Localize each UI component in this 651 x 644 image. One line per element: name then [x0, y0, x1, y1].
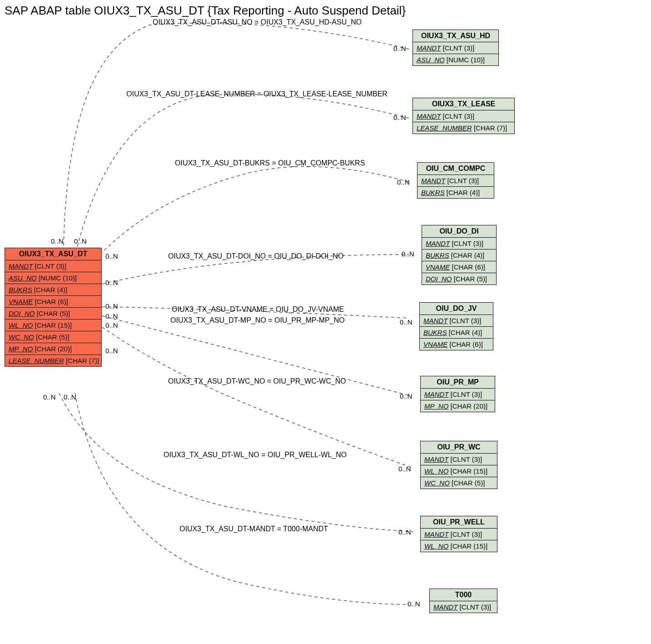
rel-label: OIUX3_TX_ASU_DT-LEASE_NUMBER = OIUX3_TX_…	[126, 90, 388, 98]
field-row: VNAME [CHAR (6)]	[5, 296, 101, 308]
entity-main-header: OIUX3_TX_ASU_DT	[5, 248, 101, 260]
entity-t000: T000 MANDT [CLNT (3)]	[429, 589, 497, 613]
entity-do-jv: OIU_DO_JV MANDT [CLNT (3)] BUKRS [CHAR (…	[419, 302, 493, 350]
entity-header: OIU_DO_DI	[422, 225, 496, 238]
field-row: MANDT [CLNT (3)]	[422, 238, 496, 250]
field-row: BUKRS [CHAR (4)]	[422, 250, 496, 261]
cardinality: 0..N	[105, 279, 118, 286]
entity-header: OIUX3_TX_ASU_HD	[413, 30, 498, 42]
cardinality: 0..N	[105, 312, 118, 320]
cardinality: 0..N	[393, 114, 406, 121]
cardinality: 0..N	[407, 600, 420, 608]
entity-header: OIU_PR_WELL	[421, 516, 497, 529]
field-row: WL_NO [CHAR (15)]	[421, 540, 497, 552]
entity-header: OIU_CM_COMPC	[417, 163, 494, 175]
field-row: BUKRS [CHAR (4)]	[5, 284, 101, 296]
field-row: ASU_NO [NUMC (10)]	[413, 54, 498, 65]
entity-asu-hd: OIUX3_TX_ASU_HD MANDT [CLNT (3)] ASU_NO …	[412, 30, 499, 66]
field-row: BUKRS [CHAR (4)]	[417, 187, 494, 198]
rel-label: OIUX3_TX_ASU_DT-ASU_NO = OIUX3_TX_ASU_HD…	[153, 18, 362, 26]
entity-header: OIUX3_TX_LEASE	[413, 98, 514, 110]
cardinality: 0..N	[43, 393, 56, 401]
field-row: BUKRS [CHAR (4)]	[420, 327, 493, 339]
entity-tx-lease: OIUX3_TX_LEASE MANDT [CLNT (3)] LEASE_NU…	[412, 98, 515, 134]
field-row: WL_NO [CHAR (15)]	[5, 320, 101, 331]
entity-do-di: OIU_DO_DI MANDT [CLNT (3)] BUKRS [CHAR (…	[422, 225, 497, 285]
field-row: LEASE_NUMBER [CHAR (7)]	[413, 122, 514, 134]
cardinality: 0..N	[393, 45, 406, 52]
rel-label: OIUX3_TX_ASU_DT-BUKRS = OIU_CM_COMPC-BUK…	[175, 159, 365, 167]
field-row: DOI_NO [CHAR (5)]	[5, 308, 101, 320]
diagram-stage: SAP ABAP table OIUX3_TX_ASU_DT {Tax Repo…	[0, 0, 651, 644]
field-row: VNAME [CHAR (6)]	[420, 339, 493, 350]
entity-main: OIUX3_TX_ASU_DT MANDT [CLNT (3)] ASU_NO …	[5, 248, 102, 367]
cardinality: 0..N	[51, 237, 64, 245]
entity-pr-mp: OIU_PR_MP MANDT [CLNT (3)] MP_NO [CHAR (…	[420, 376, 495, 412]
cardinality: 0..N	[105, 252, 118, 260]
field-row: MANDT [CLNT (3)]	[417, 175, 494, 187]
field-row: LEASE_NUMBER [CHAR (7)]	[5, 355, 101, 366]
rel-label: OIUX3_TX_ASU_DT-VNAME = OIU_DO_JV-VNAME	[172, 305, 344, 314]
cardinality: 0..N	[74, 237, 87, 245]
field-row: MANDT [CLNT (3)]	[421, 389, 495, 400]
field-row: MANDT [CLNT (3)]	[421, 529, 497, 540]
field-row: MANDT [CLNT (3)]	[420, 315, 493, 327]
cardinality: 0..N	[398, 465, 411, 473]
field-row: WC_NO [CHAR (5)]	[5, 331, 101, 343]
cardinality: 0..N	[105, 302, 118, 310]
field-row: WC_NO [CHAR (5)]	[421, 477, 497, 489]
rel-label: OIUX3_TX_ASU_DT-WC_NO = OIU_PR_WC-WC_NO	[168, 377, 346, 385]
entity-header: OIU_DO_JV	[420, 303, 493, 315]
field-row: MP_NO [CHAR (20)]	[421, 400, 495, 412]
entity-header: OIU_PR_WC	[421, 441, 497, 454]
cardinality: 0..N	[64, 393, 76, 401]
field-row: MANDT [CLNT (3)]	[5, 260, 101, 272]
cardinality: 0..N	[105, 347, 118, 354]
field-row: MP_NO [CHAR (20)]	[5, 343, 101, 355]
field-row: MANDT [CLNT (3)]	[413, 42, 498, 54]
cardinality: 0..N	[400, 318, 412, 326]
field-row: MANDT [CLNT (3)]	[413, 110, 514, 122]
field-row: MANDT [CLNT (3)]	[430, 601, 497, 613]
entity-pr-well: OIU_PR_WELL MANDT [CLNT (3)] WL_NO [CHAR…	[420, 516, 497, 552]
rel-label: OIUX3_TX_ASU_DT-WL_NO = OIU_PR_WELL-WL_N…	[164, 451, 347, 459]
field-row: WL_NO [CHAR (15)]	[421, 465, 497, 477]
entity-header: T000	[430, 589, 497, 601]
cardinality: 0..N	[105, 321, 118, 329]
page-title: SAP ABAP table OIUX3_TX_ASU_DT {Tax Repo…	[5, 4, 406, 18]
entity-header: OIU_PR_MP	[421, 376, 495, 389]
rel-label: OIUX3_TX_ASU_DT-DOI_NO = OIU_DO_DI-DOI_N…	[168, 252, 343, 260]
field-row: ASU_NO [NUMC (10)]	[5, 272, 101, 284]
cardinality: 0..N	[402, 250, 414, 258]
cardinality: 0..N	[398, 528, 411, 536]
field-row: DOI_NO [CHAR (5)]	[422, 273, 496, 285]
rel-label: OIUX3_TX_ASU_DT-MANDT = T000-MANDT	[179, 525, 328, 533]
entity-pr-wc: OIU_PR_WC MANDT [CLNT (3)] WL_NO [CHAR (…	[420, 441, 497, 489]
cardinality: 0..N	[397, 178, 410, 186]
field-row: VNAME [CHAR (6)]	[422, 261, 496, 273]
rel-label: OIUX3_TX_ASU_DT-MP_NO = OIU_PR_MP-MP_NO	[170, 316, 345, 324]
cardinality: 0..N	[400, 392, 412, 400]
field-row: MANDT [CLNT (3)]	[421, 454, 497, 465]
entity-cm-compc: OIU_CM_COMPC MANDT [CLNT (3)] BUKRS [CHA…	[417, 162, 494, 199]
